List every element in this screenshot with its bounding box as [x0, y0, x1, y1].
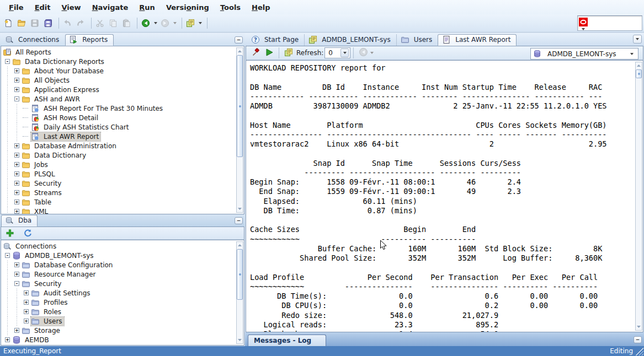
report-scrollbar[interactable]: [635, 62, 642, 331]
tree-item-jobs[interactable]: +Jobs: [1, 160, 236, 169]
open-button[interactable]: [16, 17, 29, 30]
connection-combobox[interactable]: ADMDB_LEMONT-sys: [530, 48, 638, 60]
scroll-down-icon[interactable]: [636, 323, 642, 330]
tab-dba[interactable]: Dba: [1, 215, 38, 226]
refresh-dropdown-icon[interactable]: [340, 48, 349, 57]
tree-item-security[interactable]: -Security: [1, 279, 236, 288]
menu-navigate[interactable]: Navigate: [87, 2, 134, 13]
expand-icon[interactable]: +: [14, 199, 19, 204]
collapse-icon[interactable]: -: [14, 96, 19, 101]
back-button[interactable]: [140, 17, 153, 30]
tree-item-ash-rows-detail[interactable]: ASH Rows Detail: [1, 113, 236, 122]
tab-reports[interactable]: Reports: [65, 34, 114, 46]
search-dropdown-caret[interactable]: [582, 28, 585, 30]
tree-item-ash-and-awr[interactable]: -ASH and AWR: [1, 94, 236, 104]
paste-button[interactable]: [121, 17, 134, 30]
scroll-up-icon[interactable]: [237, 242, 243, 249]
tree-item-table[interactable]: +Table: [1, 197, 236, 207]
minimize-messages-button[interactable]: −: [634, 336, 642, 343]
tree-item-security[interactable]: +Security: [1, 179, 236, 188]
scroll-thumb[interactable]: [237, 249, 243, 300]
search-box[interactable]: [577, 15, 642, 31]
expand-icon[interactable]: +: [14, 143, 19, 148]
tab-admdb-lemont-sys[interactable]: ADMDB_LEMONT-sys: [304, 34, 396, 46]
save-button[interactable]: [29, 17, 42, 30]
tree-item-profiles[interactable]: +Profiles: [1, 298, 236, 307]
connection-dropdown-caret[interactable]: [630, 53, 634, 55]
expand-icon[interactable]: +: [14, 162, 19, 167]
cut-button[interactable]: [94, 17, 108, 30]
collapse-icon[interactable]: -: [5, 59, 10, 64]
redo-button[interactable]: [75, 17, 88, 30]
refresh-select[interactable]: 0: [324, 47, 350, 58]
tab-last-awr-report[interactable]: Last AWR Report: [438, 34, 517, 46]
scroll-down-icon[interactable]: [237, 206, 243, 212]
expand-icon[interactable]: +: [24, 290, 29, 295]
expand-icon[interactable]: +: [14, 328, 19, 333]
scroll-down-icon[interactable]: [237, 337, 243, 343]
copy-button[interactable]: [108, 17, 121, 30]
menu-file[interactable]: File: [3, 2, 29, 13]
tab-messages-log[interactable]: Messages - Log: [248, 335, 326, 346]
menu-tools[interactable]: Tools: [215, 2, 246, 13]
report-sql-button[interactable]: [282, 46, 295, 60]
refresh-button[interactable]: [22, 226, 35, 240]
tree-item-data-dictionary[interactable]: +Data Dictionary: [1, 150, 236, 160]
run-report-button[interactable]: [263, 46, 276, 60]
tree-item-all-objects[interactable]: +All Objects: [1, 75, 236, 85]
tree-item-all-reports[interactable]: All Reports: [1, 47, 236, 57]
forward-dropdown-caret[interactable]: [173, 22, 177, 24]
tree-item-plsql[interactable]: +PLSQL: [1, 169, 236, 179]
tree-item-aemdb[interactable]: +AEMDB: [1, 335, 236, 344]
menu-help[interactable]: Help: [246, 2, 275, 13]
expand-icon[interactable]: +: [14, 87, 19, 92]
tree-item-database-configuration[interactable]: +Database Configuration: [1, 260, 236, 269]
dba-scrollbar[interactable]: [236, 241, 243, 344]
tree-item-daily-ash-statistics-chart[interactable]: Daily ASH Statistics Chart: [1, 122, 236, 132]
menu-versioning[interactable]: Versioning: [161, 2, 215, 13]
tree-item-roles[interactable]: +Roles: [1, 307, 236, 316]
collapse-icon[interactable]: -: [5, 253, 10, 258]
minimize-dba-button[interactable]: −: [235, 217, 243, 224]
back-dropdown-caret[interactable]: [370, 52, 374, 54]
tab-connections[interactable]: Connections: [1, 34, 65, 46]
tree-item-resource-manager[interactable]: +Resource Manager: [1, 269, 236, 279]
back-dropdown-caret[interactable]: [154, 22, 157, 24]
forward-button[interactable]: [159, 17, 173, 30]
expand-icon[interactable]: +: [24, 309, 29, 314]
tree-item-admdb-lemont-sys[interactable]: -ADMDB_LEMONT-sys: [1, 251, 236, 260]
back-button[interactable]: [356, 46, 370, 60]
menu-view[interactable]: View: [56, 2, 87, 13]
expand-icon[interactable]: +: [14, 209, 19, 214]
save-all-button[interactable]: [42, 17, 56, 30]
scroll-thumb[interactable]: [237, 55, 243, 157]
scroll-up-icon[interactable]: [636, 62, 642, 69]
expand-icon[interactable]: +: [14, 190, 19, 195]
expand-icon[interactable]: +: [14, 171, 19, 176]
tree-item-last-awr-report[interactable]: Last AWR Report: [1, 132, 236, 141]
tree-item-about-your-database[interactable]: +About Your Database: [1, 66, 236, 75]
tree-item-database-administration[interactable]: +Database Administration: [1, 141, 236, 150]
scroll-thumb[interactable]: [636, 69, 642, 78]
expand-icon[interactable]: +: [24, 300, 29, 305]
tree-item-audit-settings[interactable]: +Audit Settings: [1, 288, 236, 298]
reports-scrollbar[interactable]: [236, 47, 243, 213]
tree-item-application-express[interactable]: +Application Express: [1, 85, 236, 94]
tree-item-storage[interactable]: +Storage: [1, 326, 236, 335]
tree-item-data-dictionary-reports[interactable]: -Data Dictionary Reports: [1, 57, 236, 66]
collapse-icon[interactable]: -: [14, 281, 19, 286]
tree-item-streams[interactable]: +Streams: [1, 188, 236, 197]
tab-users[interactable]: Users: [396, 34, 438, 46]
expand-icon[interactable]: +: [5, 337, 10, 342]
sql-worksheet-dropdown-caret[interactable]: [199, 22, 202, 24]
tab-start-page[interactable]: ?Start Page: [247, 34, 304, 46]
menu-run[interactable]: Run: [134, 2, 161, 13]
menu-edit[interactable]: Edit: [29, 2, 56, 13]
tree-item-connections[interactable]: Connections: [1, 241, 236, 251]
sql-worksheet-button[interactable]: [185, 17, 198, 30]
resize-grip[interactable]: [636, 348, 643, 355]
tab-overflow-button[interactable]: [633, 35, 642, 44]
expand-icon[interactable]: +: [14, 181, 19, 186]
expand-icon[interactable]: +: [24, 319, 29, 323]
tree-item-ash-report-for-the-past-30-minutes[interactable]: ASH Report For The Past 30 Minutes: [1, 104, 236, 113]
